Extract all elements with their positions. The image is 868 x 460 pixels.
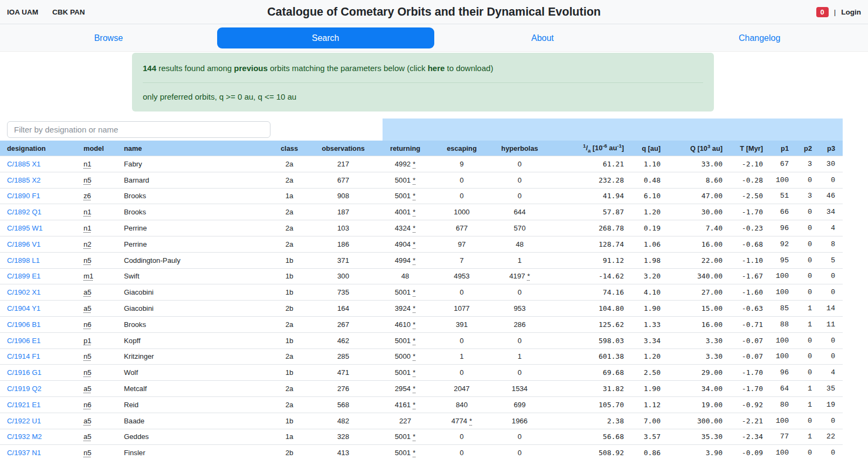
cell-returning: 5001*: [376, 284, 435, 301]
main-nav: BrowseSearchAboutChangelog: [0, 24, 868, 52]
model-link[interactable]: n6: [84, 401, 92, 409]
results-table: designationmodelnameclassobservationsret…: [0, 141, 843, 460]
note-asterisk[interactable]: *: [413, 208, 415, 216]
cell-model: n5: [77, 445, 117, 460]
model-link[interactable]: n1: [84, 224, 92, 232]
model-link[interactable]: a5: [84, 433, 92, 441]
note-asterisk[interactable]: *: [413, 304, 415, 312]
cell-name: Swift: [117, 268, 268, 284]
cell-p1: 100: [770, 284, 796, 301]
model-link[interactable]: n5: [84, 368, 92, 377]
cell-T: -0.07: [730, 349, 770, 365]
cell-model: n5: [77, 349, 117, 365]
cell-p1: 100: [770, 445, 796, 460]
note-asterisk[interactable]: *: [413, 256, 415, 264]
cell-observations: 285: [311, 349, 376, 365]
note-asterisk[interactable]: *: [413, 401, 415, 409]
note-asterisk[interactable]: *: [413, 320, 415, 329]
note-asterisk[interactable]: *: [469, 417, 472, 425]
model-link[interactable]: n6: [84, 320, 92, 329]
filter-box: [0, 119, 383, 141]
tab-changelog[interactable]: Changelog: [651, 27, 868, 48]
model-link[interactable]: n1: [84, 208, 92, 216]
model-link[interactable]: a5: [84, 417, 92, 425]
designation-link[interactable]: C/1899 E1: [7, 272, 40, 280]
designation-link[interactable]: C/1906 B1: [7, 320, 40, 329]
cell-inv_a: 232.28: [551, 172, 631, 188]
model-link[interactable]: n5: [84, 352, 92, 360]
cell-name: Fabry: [117, 156, 268, 172]
cell-class: 1b: [268, 413, 311, 429]
model-link[interactable]: n2: [84, 240, 92, 248]
model-link[interactable]: a5: [84, 288, 92, 296]
note-asterisk[interactable]: *: [413, 192, 415, 200]
designation-link[interactable]: C/1896 V1: [7, 240, 40, 248]
note-asterisk[interactable]: *: [413, 385, 415, 393]
notification-badge[interactable]: 0: [816, 7, 829, 17]
designation-link[interactable]: C/1898 L1: [7, 256, 40, 264]
cell-q: 0.86: [631, 445, 668, 460]
cell-class: 1b: [268, 332, 311, 349]
model-link[interactable]: n1: [84, 160, 92, 168]
note-asterisk[interactable]: *: [413, 176, 415, 184]
note-asterisk[interactable]: *: [413, 240, 415, 248]
model-link[interactable]: n5: [84, 449, 92, 457]
designation-link[interactable]: C/1892 Q1: [7, 208, 41, 216]
model-link[interactable]: n5: [84, 176, 92, 184]
cell-p1: 80: [770, 396, 796, 413]
top-header: IOA UAMCBK PAN Catalogue of Cometary Orb…: [0, 0, 868, 24]
model-link[interactable]: z6: [84, 192, 91, 200]
designation-link[interactable]: C/1916 G1: [7, 368, 41, 377]
cell-observations: 908: [311, 188, 376, 204]
designation-link[interactable]: C/1919 Q2: [7, 385, 41, 393]
model-link[interactable]: a5: [84, 304, 92, 312]
note-asterisk[interactable]: *: [413, 160, 415, 168]
column-header-p1: p1: [770, 141, 796, 156]
tab-browse[interactable]: Browse: [0, 27, 217, 48]
designation-link[interactable]: C/1937 N1: [7, 449, 41, 457]
designation-link[interactable]: C/1904 Y1: [7, 304, 40, 312]
note-asterisk[interactable]: *: [413, 224, 415, 232]
tab-about[interactable]: About: [434, 27, 651, 48]
cell-Q: 29.00: [668, 365, 730, 381]
designation-link[interactable]: C/1885 X1: [7, 160, 40, 168]
cell-class: 2b: [268, 445, 311, 460]
note-asterisk[interactable]: *: [527, 272, 530, 280]
cell-p1: 100: [770, 268, 796, 284]
cell-returning: 4992*: [376, 156, 435, 172]
table-row: C/1919 Q2a5Metcalf2a2762954*2047153431.8…: [0, 381, 843, 397]
note-asterisk[interactable]: *: [413, 433, 415, 441]
note-asterisk[interactable]: *: [413, 352, 415, 360]
model-link[interactable]: n5: [84, 256, 92, 264]
note-asterisk[interactable]: *: [413, 288, 415, 296]
cell-class: 2b: [268, 301, 311, 317]
designation-link[interactable]: C/1914 F1: [7, 352, 40, 360]
cell-name: Perrine: [117, 220, 268, 236]
designation-link[interactable]: C/1921 E1: [7, 401, 40, 409]
note-asterisk[interactable]: *: [413, 337, 415, 345]
designation-link[interactable]: C/1922 U1: [7, 417, 41, 425]
link-ioa-uam[interactable]: IOA UAM: [7, 8, 38, 16]
tab-search[interactable]: Search: [217, 27, 434, 48]
link-cbk-pan[interactable]: CBK PAN: [52, 8, 85, 16]
designation-link[interactable]: C/1890 F1: [7, 192, 40, 200]
cell-T: -1.60: [730, 284, 770, 301]
note-asterisk[interactable]: *: [413, 449, 415, 457]
cell-q: 4.10: [631, 284, 668, 301]
model-link[interactable]: m1: [84, 272, 93, 280]
designation-link[interactable]: C/1895 W1: [7, 224, 43, 232]
designation-link[interactable]: C/1932 M2: [7, 433, 42, 441]
model-link[interactable]: a5: [84, 385, 92, 393]
cell-designation: C/1916 G1: [0, 365, 77, 381]
model-link[interactable]: p1: [84, 337, 92, 345]
designation-link[interactable]: C/1906 E1: [7, 337, 40, 345]
cell-designation: C/1914 F1: [0, 349, 77, 365]
download-here-link[interactable]: here: [428, 64, 445, 73]
cell-name: Baade: [117, 413, 268, 429]
login-link[interactable]: Login: [841, 8, 861, 16]
note-asterisk[interactable]: *: [413, 368, 415, 377]
filter-input[interactable]: [7, 121, 270, 138]
designation-link[interactable]: C/1902 X1: [7, 288, 40, 296]
designation-link[interactable]: C/1885 X2: [7, 176, 40, 184]
table-row: C/1892 Q1n1Brooks2a1874001*100064457.871…: [0, 204, 843, 220]
